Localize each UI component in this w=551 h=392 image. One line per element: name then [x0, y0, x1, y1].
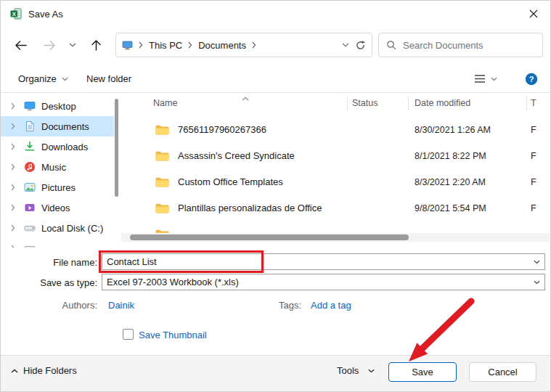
chevron-right-icon[interactable] — [11, 143, 18, 150]
file-name: 76561197960267366 — [178, 124, 266, 135]
close-button[interactable] — [517, 1, 550, 27]
excel-icon: X — [10, 8, 22, 20]
organize-label: Organize — [18, 73, 57, 84]
list-horizontal-scrollbar[interactable] — [121, 233, 550, 242]
add-a-tag-link[interactable]: Add a tag — [311, 300, 351, 311]
file-type: F — [531, 177, 536, 187]
save-as-type-select[interactable]: Excel 97-2003 Workbook (*.xls) — [102, 274, 545, 290]
file-name-input[interactable] — [102, 256, 528, 267]
file-row[interactable]: 76561197960267366 8/30/2021 1:26 AM F — [121, 117, 551, 143]
column-divider[interactable] — [408, 97, 409, 111]
file-name: Custom Office Templates — [178, 176, 283, 187]
chevron-right-icon — [11, 245, 18, 248]
up-button[interactable] — [83, 33, 108, 57]
chevron-right-icon[interactable] — [252, 41, 256, 49]
scrollbar-thumb[interactable] — [130, 234, 409, 240]
file-row[interactable]: Plantillas personalizadas de Office 9/8/… — [121, 195, 551, 221]
address-bar[interactable]: This PC Documents — [115, 33, 372, 57]
sidebar-item-downloads[interactable]: Downloads — [1, 136, 114, 157]
this-pc-icon — [122, 41, 133, 50]
sidebar-item-videos[interactable]: Videos — [1, 197, 114, 218]
window-title: Save As — [28, 9, 63, 20]
file-type: F — [531, 151, 536, 161]
sidebar-item-music[interactable]: Music — [1, 157, 114, 177]
folder-icon — [155, 150, 169, 162]
chevron-down-icon — [69, 43, 76, 47]
save-as-dialog: X Save As This PC — [0, 0, 551, 392]
folder-icon — [155, 124, 169, 136]
sidebar-item-label: Videos — [41, 203, 70, 213]
search-input[interactable] — [403, 40, 535, 51]
sidebar-item-label: Desktop — [41, 101, 76, 112]
chevron-down-icon[interactable] — [528, 254, 544, 269]
recent-locations-button[interactable] — [66, 38, 79, 52]
file-rows: 76561197960267366 8/30/2021 1:26 AM F As… — [121, 117, 551, 221]
sidebar-item-partial[interactable] — [1, 238, 114, 248]
sidebar-item-desktop[interactable]: Desktop — [1, 96, 114, 116]
scrollbar-thumb[interactable] — [115, 99, 118, 197]
breadcrumb-documents[interactable]: Documents — [198, 40, 246, 51]
hide-folders-label: Hide Folders — [23, 365, 77, 376]
sidebar-item-label: Music — [41, 162, 66, 173]
chevron-right-icon[interactable] — [11, 102, 18, 110]
tools-button[interactable]: Tools — [337, 365, 375, 376]
authors-label: Authors: — [1, 300, 97, 311]
forward-button[interactable] — [37, 33, 62, 57]
drive-icon — [24, 242, 36, 248]
view-options-button[interactable] — [474, 74, 497, 83]
help-icon: ? — [525, 73, 538, 86]
title-bar: X Save As — [1, 1, 550, 27]
chevron-right-icon[interactable] — [11, 163, 18, 171]
cancel-button[interactable]: Cancel — [469, 362, 536, 382]
breadcrumb-this-pc[interactable]: This PC — [149, 40, 182, 51]
column-header-name[interactable]: Name — [153, 98, 177, 108]
file-row[interactable]: Assassin's Creed Syndicate 8/1/2021 8:22… — [121, 143, 551, 169]
sidebar-item-label: Pictures — [41, 182, 75, 193]
refresh-icon[interactable] — [355, 40, 366, 51]
chevron-right-icon[interactable] — [11, 224, 18, 232]
address-dropdown-chevron-icon[interactable] — [342, 43, 349, 47]
desktop-icon — [24, 100, 36, 112]
sidebar-item-documents[interactable]: Documents — [1, 116, 114, 136]
file-row[interactable]: Custom Office Templates 8/3/2021 2:20 AM… — [121, 169, 551, 195]
file-type: F — [531, 203, 536, 213]
back-button[interactable] — [8, 33, 33, 57]
file-name: Assassin's Creed Syndicate — [178, 150, 295, 161]
tags-label: Tags: — [279, 300, 301, 311]
save-button[interactable]: Save — [388, 362, 457, 382]
column-header-type[interactable]: T — [531, 98, 536, 108]
search-box[interactable] — [378, 33, 543, 57]
chevron-up-icon — [11, 369, 18, 373]
sidebar-item-pictures[interactable]: Pictures — [1, 177, 114, 197]
new-folder-button[interactable]: New folder — [86, 73, 131, 84]
organize-button[interactable]: Organize — [18, 73, 68, 84]
column-header-status[interactable]: Status — [352, 98, 377, 108]
chevron-right-icon[interactable] — [188, 41, 192, 49]
music-icon — [24, 161, 36, 173]
sidebar-item-local-disk-c[interactable]: Local Disk (C:) — [1, 218, 114, 238]
save-thumbnail-checkbox[interactable] — [123, 329, 134, 340]
column-header-date-modified[interactable]: Date modified — [415, 98, 470, 108]
save-thumbnail-label[interactable]: Save Thumbnail — [139, 330, 207, 340]
list-header: Name Status Date modified T — [121, 95, 551, 113]
authors-value[interactable]: Dainik — [108, 300, 134, 311]
chevron-down-icon — [62, 77, 68, 81]
column-divider[interactable] — [347, 97, 348, 111]
chevron-down-icon[interactable] — [528, 274, 544, 290]
chevron-right-icon[interactable] — [11, 123, 18, 130]
up-icon — [91, 39, 102, 51]
folder-tree: Desktop Documents Downloads — [1, 93, 114, 248]
save-as-type-label: Save as type: — [1, 277, 97, 288]
chevron-right-icon[interactable] — [11, 184, 18, 191]
file-list: Name Status Date modified T 765611979602… — [121, 93, 551, 248]
hide-folders-button[interactable]: Hide Folders — [11, 365, 77, 376]
file-name-combobox[interactable] — [102, 253, 545, 270]
file-date-modified: 9/8/2021 5:54 PM — [415, 203, 486, 213]
downloads-icon — [24, 141, 36, 152]
column-divider[interactable] — [526, 97, 527, 111]
local-disk-icon — [24, 222, 36, 234]
tree-vertical-scrollbar[interactable] — [114, 96, 120, 245]
main-area: Desktop Documents Downloads — [1, 93, 551, 248]
chevron-right-icon[interactable] — [11, 204, 18, 211]
help-button[interactable]: ? — [525, 73, 538, 86]
